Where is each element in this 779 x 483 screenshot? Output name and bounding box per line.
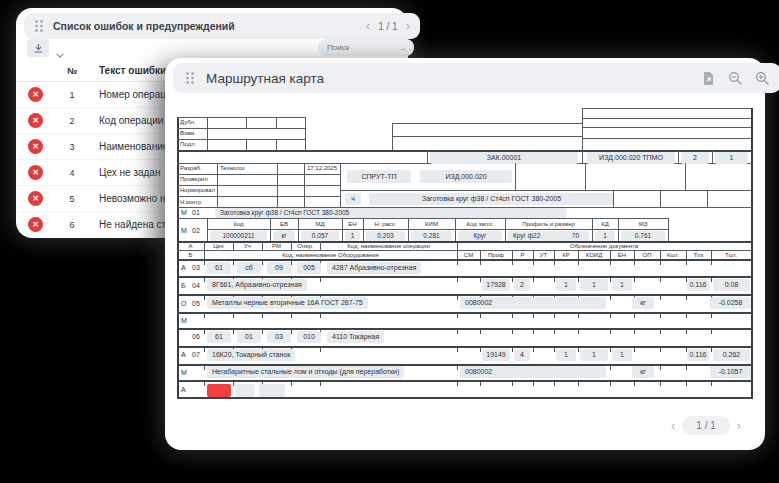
export-errors-button[interactable] — [27, 39, 49, 57]
en-cell[interactable]: 1 — [612, 349, 632, 361]
razrab-label: Разраб. — [180, 165, 202, 172]
next-page-icon[interactable]: › — [406, 21, 410, 31]
md-cell[interactable]: 0.057 — [301, 231, 339, 241]
nrash-cell[interactable]: 0.203 — [366, 231, 405, 241]
row-letter: М — [181, 317, 187, 325]
uch-cell[interactable]: 01 — [237, 331, 261, 343]
search-input[interactable] — [325, 42, 383, 53]
oper-cell[interactable]: 005 — [297, 262, 321, 274]
grid-line — [613, 190, 614, 207]
grid-line — [707, 190, 708, 207]
koid-cell[interactable]: 1 — [580, 349, 608, 361]
waste-code-cell[interactable]: 0080002 — [460, 366, 606, 378]
sheet-number-cell[interactable]: 2 — [681, 152, 709, 164]
equipment-name-cell[interactable]: 16К20, Токарный станок — [207, 349, 295, 361]
oper-cell[interactable]: 010 — [297, 331, 321, 343]
grid-line — [660, 190, 661, 207]
zoom-in-icon[interactable] — [755, 71, 769, 85]
col-header-oper: Опер. — [291, 243, 320, 250]
system-name-cell[interactable]: СПРУТ-ТП — [347, 170, 411, 183]
tpz-cell[interactable]: 0.116 — [687, 279, 709, 291]
m01-blank-cell[interactable]: Заготовка круг ф38 / Ст4сп ГОСТ 380-2005 — [215, 208, 567, 218]
r-cell[interactable]: 4 — [514, 349, 530, 361]
uch-cell[interactable]: сб — [237, 262, 261, 274]
error-num: 3 — [57, 142, 87, 152]
kim-cell[interactable]: 0.281 — [411, 231, 452, 241]
page-number-cell[interactable]: 1 — [715, 152, 748, 164]
kr-cell[interactable]: 1 — [556, 349, 576, 361]
prev-page-icon[interactable]: ‹ — [366, 21, 370, 31]
export-document-icon[interactable] — [702, 71, 715, 86]
kr-cell[interactable]: 1 — [556, 279, 576, 291]
waste-name-cell[interactable]: Негабаритные стальные лом и отходы (для … — [207, 366, 404, 378]
error-icon: ✕ — [28, 217, 43, 232]
error-num: 1 — [57, 90, 87, 100]
operation-name-cell[interactable]: 4287 Абразивно-отрезная — [327, 262, 421, 274]
ev-cell[interactable]: кг — [273, 231, 295, 241]
col-header-num: № — [57, 66, 87, 76]
download-icon — [33, 43, 44, 54]
drag-handle-icon[interactable] — [185, 71, 195, 85]
unit-cell[interactable]: кг — [632, 297, 654, 309]
route-card-window: Маршрутная карта — [165, 58, 765, 450]
empty-cell[interactable] — [259, 384, 285, 397]
search-box[interactable]: → — [318, 39, 414, 56]
col-header-koid: КОИД — [578, 252, 610, 259]
empty-cell[interactable] — [235, 384, 255, 397]
row-letter: А — [181, 264, 186, 272]
r-cell[interactable]: 2 — [514, 279, 530, 291]
tsht-cell[interactable]: 0.08 — [713, 279, 750, 291]
value-cell[interactable]: -0.0258 — [710, 297, 751, 309]
prof-cell[interactable]: 19149 — [482, 349, 510, 361]
rm-cell[interactable]: 09 — [267, 262, 291, 274]
grid-line — [276, 139, 277, 150]
next-page-icon[interactable]: › — [737, 421, 741, 431]
order-number-cell[interactable]: ЗАК.00001 — [430, 152, 578, 164]
prev-page-icon[interactable]: ‹ — [671, 421, 675, 431]
blank-code-cell[interactable]: Круг — [458, 231, 502, 241]
grid-line — [392, 136, 582, 137]
document-designation-cell[interactable]: ИЗД.000.020 ТПМО — [587, 152, 675, 164]
en-cell[interactable]: 1 — [612, 279, 632, 291]
col-header-en: ЕН — [610, 252, 634, 259]
row-letter: М — [181, 369, 187, 377]
en-cell[interactable]: 1 — [345, 231, 360, 241]
col-header-opname: Код, наименование операции — [320, 243, 457, 250]
tpz-cell[interactable]: 0.116 — [687, 349, 709, 361]
col-header-ut: УТ — [533, 252, 554, 259]
profile-size-cell[interactable]: Круг ф22 70 — [508, 231, 589, 241]
col-header-sm: СМ — [457, 252, 480, 259]
tsht-cell[interactable]: 0.262 — [713, 349, 750, 361]
material-code-cell[interactable]: 100000211 — [210, 231, 267, 241]
error-window-title: Список ошибок и предупреждений — [53, 20, 235, 32]
operation-name-cell[interactable]: 4110 Токарная — [327, 331, 384, 343]
koid-cell[interactable]: 1 — [580, 279, 608, 291]
error-window-header[interactable]: Список ошибок и предупреждений ‹ 1 / 1 › — [24, 13, 420, 39]
rm-cell[interactable]: 03 — [267, 331, 291, 343]
blank-name-cell[interactable]: Заготовка круг ф38 / Ст4сп ГОСТ 380-2005 — [369, 193, 614, 205]
unit-cell[interactable]: кг — [632, 366, 654, 378]
size-value: 70 — [572, 231, 579, 241]
col-header-rm: РМ — [262, 243, 291, 250]
zoom-out-icon[interactable] — [728, 71, 742, 85]
grid-line — [276, 117, 277, 128]
izdelie-cell[interactable]: ИЗД.000.020 — [420, 170, 512, 183]
ceh-cell[interactable]: 61 — [207, 262, 231, 274]
row-number: 03 — [192, 264, 200, 272]
ch-cell[interactable]: ч — [345, 193, 361, 205]
error-text: Цех не задан — [99, 167, 160, 178]
error-highlight-cell[interactable] — [207, 384, 231, 397]
waste-code-cell[interactable]: 0080002 — [460, 297, 606, 309]
mz-cell[interactable]: 0.761 — [621, 231, 665, 241]
kd-cell[interactable]: 1 — [595, 231, 615, 241]
value-cell[interactable]: -0.1057 — [710, 366, 751, 378]
route-window-header[interactable]: Маршрутная карта — [173, 63, 779, 93]
ceh-cell[interactable]: 61 — [207, 331, 231, 343]
drag-handle-icon[interactable] — [34, 19, 44, 33]
material-name-cell[interactable]: Металлы черные вторичные 16А ГОСТ 287-75 — [207, 297, 368, 309]
m02-col-header: МЗ — [618, 221, 668, 228]
prof-cell[interactable]: 17928 — [482, 279, 510, 291]
search-submit-icon[interactable]: → — [398, 43, 407, 53]
m02-col-header: Н. расх. — [363, 221, 408, 228]
equipment-name-cell[interactable]: 8Г661, Абразивно-отрезная — [207, 279, 307, 291]
